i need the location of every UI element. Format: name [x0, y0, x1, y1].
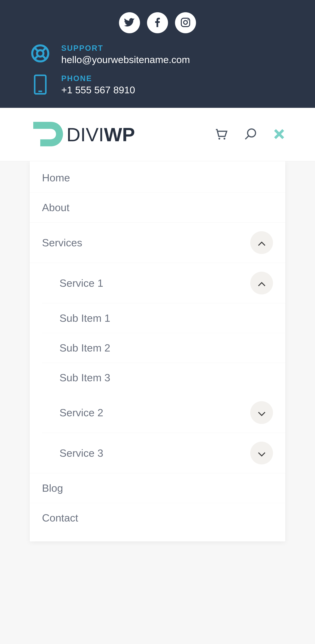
- svg-line-6: [43, 48, 46, 51]
- phone-icon: [30, 74, 51, 95]
- facebook-button[interactable]: [147, 12, 168, 33]
- menu-label: Services: [42, 237, 82, 249]
- menu-item-service-1[interactable]: Service 1: [42, 263, 285, 303]
- support-text: SUPPORT hello@yourwebsitename.com: [61, 44, 190, 65]
- menu-label: Sub Item 2: [60, 342, 110, 354]
- svg-point-11: [218, 138, 220, 140]
- twitter-icon: [124, 17, 135, 29]
- menu-item-sub-3[interactable]: Sub Item 3: [42, 363, 285, 392]
- logo-text: DIVIWP: [66, 124, 135, 146]
- menu-label: Sub Item 1: [60, 312, 110, 324]
- menu-item-contact[interactable]: Contact: [30, 503, 285, 533]
- menu-item-home[interactable]: Home: [30, 163, 285, 193]
- support-label: SUPPORT: [61, 44, 190, 52]
- menu-label: Service 2: [60, 407, 103, 419]
- mobile-menu: Home About Services Service 1: [30, 161, 285, 542]
- logo-text-light: DIVI: [66, 124, 104, 146]
- svg-line-7: [35, 56, 38, 59]
- svg-point-3: [32, 45, 48, 62]
- phone-value[interactable]: +1 555 567 8910: [61, 84, 135, 96]
- svg-line-5: [35, 48, 38, 51]
- header: DIVIWP: [0, 108, 315, 161]
- menu-label: Contact: [42, 512, 78, 524]
- svg-point-2: [188, 19, 188, 20]
- chevron-up-icon: [258, 237, 266, 249]
- menu-item-sub-2[interactable]: Sub Item 2: [42, 333, 285, 363]
- menu-item-service-3[interactable]: Service 3: [42, 433, 285, 473]
- menu-panel-wrap: Home About Services Service 1: [0, 161, 315, 550]
- page-root: SUPPORT hello@yourwebsitename.com PHONE …: [0, 0, 315, 550]
- svg-line-8: [43, 56, 46, 59]
- support-icon: [30, 44, 51, 63]
- chevron-down-icon: [258, 407, 266, 419]
- chevron-down-icon: [258, 447, 266, 459]
- svg-point-12: [224, 138, 225, 140]
- menu-label: About: [42, 202, 70, 214]
- menu-item-about[interactable]: About: [30, 193, 285, 222]
- svg-point-13: [248, 129, 256, 137]
- svg-line-14: [245, 136, 249, 139]
- phone-text: PHONE +1 555 567 8910: [61, 74, 135, 96]
- submenu-toggle[interactable]: [250, 442, 273, 464]
- services-subgroup: Service 1 Sub Item 1 Sub Item 2: [30, 263, 285, 473]
- social-links: [30, 12, 285, 33]
- cart-button[interactable]: [214, 127, 228, 142]
- menu-item-service-2[interactable]: Service 2: [42, 392, 285, 433]
- phone-label: PHONE: [61, 74, 135, 83]
- svg-point-1: [184, 20, 187, 24]
- logo-text-bold: WP: [104, 124, 135, 146]
- chevron-up-icon: [258, 277, 266, 289]
- menu-label: Service 1: [60, 277, 103, 289]
- menu-label: Home: [42, 172, 70, 184]
- support-value[interactable]: hello@yourwebsitename.com: [61, 54, 190, 65]
- logo-mark-icon: [30, 118, 65, 150]
- instagram-icon: [180, 17, 191, 29]
- service-1-subgroup: Sub Item 1 Sub Item 2 Sub Item 3: [30, 303, 285, 392]
- facebook-icon: [152, 17, 163, 29]
- menu-label: Service 3: [60, 447, 103, 459]
- menu-item-blog[interactable]: Blog: [30, 473, 285, 503]
- support-row: SUPPORT hello@yourwebsitename.com: [30, 44, 285, 65]
- topbar: SUPPORT hello@yourwebsitename.com PHONE …: [0, 0, 315, 108]
- menu-item-sub-1[interactable]: Sub Item 1: [42, 303, 285, 333]
- submenu-toggle[interactable]: [250, 231, 273, 254]
- submenu-toggle[interactable]: [250, 401, 273, 424]
- menu-item-services[interactable]: Services: [30, 222, 285, 263]
- logo[interactable]: DIVIWP: [30, 118, 135, 150]
- twitter-button[interactable]: [119, 12, 140, 33]
- menu-label: Blog: [42, 482, 63, 494]
- menu-close-button[interactable]: [273, 128, 285, 141]
- header-actions: [214, 127, 285, 142]
- phone-row: PHONE +1 555 567 8910: [30, 74, 285, 96]
- instagram-button[interactable]: [175, 12, 196, 33]
- search-button[interactable]: [244, 127, 257, 142]
- menu-label: Sub Item 3: [60, 372, 110, 384]
- svg-point-4: [37, 50, 44, 57]
- submenu-toggle[interactable]: [250, 272, 273, 294]
